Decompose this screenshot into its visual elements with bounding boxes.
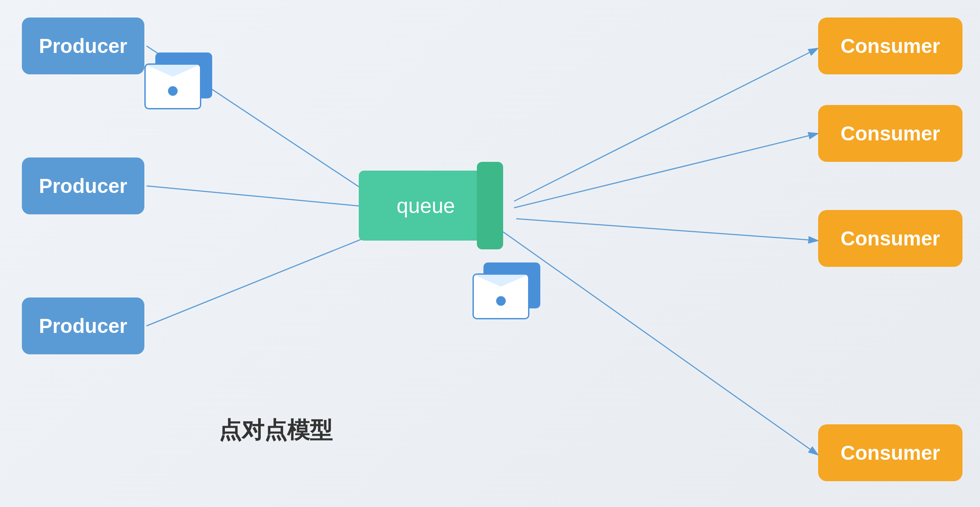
svg-line-3: [147, 232, 380, 326]
email-dot-1: [168, 86, 178, 96]
svg-line-5: [514, 133, 818, 208]
email-front-1: [144, 63, 201, 109]
diagram-container: Producer Producer Producer queue: [0, 0, 980, 507]
consumer-node-2: Consumer: [818, 105, 962, 162]
queue-label: queue: [397, 194, 455, 218]
svg-line-4: [514, 48, 818, 201]
email-icon-1: [144, 52, 212, 109]
consumer-node-1: Consumer: [818, 17, 962, 74]
queue-node: queue: [359, 162, 499, 249]
producer-node-1: Producer: [22, 17, 144, 74]
email-icon-2: [472, 262, 540, 319]
consumer-node-4: Consumer: [818, 424, 962, 481]
svg-line-7: [503, 232, 818, 455]
svg-line-2: [147, 186, 378, 208]
queue-cylinder-cap: [477, 162, 503, 249]
producer-node-3: Producer: [22, 297, 144, 354]
diagram-subtitle: 点对点模型: [219, 415, 332, 446]
consumer-node-3: Consumer: [818, 210, 962, 267]
email-dot-2: [496, 296, 506, 306]
svg-line-6: [516, 219, 818, 241]
producer-node-2: Producer: [22, 157, 144, 214]
email-front-2: [472, 273, 529, 319]
